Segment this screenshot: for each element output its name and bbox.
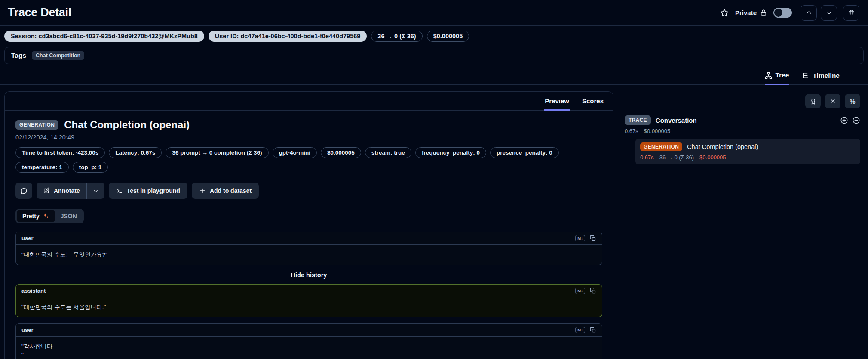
metric-pill: presence_penalty: 0 xyxy=(490,147,559,158)
tab-timeline-label: Timeline xyxy=(813,72,840,80)
trace-tree-sidebar: % TRACE Conversation 0.67s $0.000005 GE xyxy=(625,91,864,359)
message-box-user-1: user M↓ "대한민국의 수도는 무엇인가요?" xyxy=(15,232,602,265)
message-role: user xyxy=(21,235,33,241)
annotate-split-button: Annotate xyxy=(37,183,104,199)
message-header: user M↓ xyxy=(16,324,602,337)
privacy-label: Private xyxy=(735,9,757,16)
playground-label: Test in playground xyxy=(127,187,180,194)
tab-tree-label: Tree xyxy=(776,71,789,79)
add-to-dataset-button[interactable]: Add to dataset xyxy=(192,183,259,199)
session-badge[interactable]: Session: cd3abcd6-c81c-4037-935d-19d9f27… xyxy=(4,31,204,42)
metric-pill: temperature: 1 xyxy=(15,162,69,173)
toggle-knob xyxy=(774,9,782,17)
top-header: Trace Detail Private xyxy=(0,0,868,26)
identifier-badges-row: Session: cd3abcd6-c81c-4037-935d-19d9f27… xyxy=(0,26,868,46)
dataset-label: Add to dataset xyxy=(210,187,252,194)
actions-row: Annotate Test in playground Add to datas… xyxy=(15,183,602,199)
tree-controls: % xyxy=(625,94,860,108)
privacy-control: Private xyxy=(735,9,767,17)
metric-pill: Time to first token: -423.00s xyxy=(15,147,105,158)
tab-preview[interactable]: Preview xyxy=(544,92,570,111)
generation-metric-badges: Time to first token: -423.00s Latency: 0… xyxy=(15,147,587,173)
tab-scores[interactable]: Scores xyxy=(581,92,604,110)
metric-pill: frequency_penalty: 0 xyxy=(415,147,486,158)
tree-icon xyxy=(765,72,772,79)
annotate-scores-button[interactable] xyxy=(805,94,821,108)
trace-metrics: 0.67s $0.000005 xyxy=(625,128,860,134)
collapse-node-icon[interactable] xyxy=(852,116,860,124)
metric-pill: 36 prompt → 0 completion (Σ 36) xyxy=(166,147,268,158)
percent-icon: % xyxy=(850,98,855,105)
content-area: Preview Scores GENERATION Chat Completio… xyxy=(0,85,868,359)
generation-title-row: GENERATION Chat Completion (openai) xyxy=(15,119,602,131)
pretty-label: Pretty xyxy=(22,213,40,220)
trace-root-row[interactable]: TRACE Conversation xyxy=(625,115,860,125)
trace-latency: 0.67s xyxy=(625,128,638,134)
tab-timeline[interactable]: Timeline xyxy=(802,71,840,84)
node-cost: $0.000005 xyxy=(699,154,726,161)
plus-icon xyxy=(199,187,206,194)
comments-button[interactable] xyxy=(15,183,32,199)
collapse-icon xyxy=(829,98,836,105)
generation-node-badge: GENERATION xyxy=(640,142,682,151)
edit-icon xyxy=(43,187,50,194)
sparkles-icon xyxy=(43,213,49,220)
expand-all-icon[interactable] xyxy=(840,116,848,124)
collapse-all-button[interactable] xyxy=(825,94,840,108)
user-id-badge[interactable]: User ID: dc47a41e-06bc-400d-bde1-f0e440d… xyxy=(209,31,367,42)
message-header-icons: M↓ xyxy=(575,288,596,294)
message-content: "대한민국의 수도는 서울입니다." xyxy=(16,297,602,317)
lock-icon xyxy=(760,9,767,17)
message-header-icons: M↓ xyxy=(575,327,596,333)
next-trace-button[interactable] xyxy=(821,5,837,21)
message-content: "대한민국의 수도는 무엇인가요?" xyxy=(16,245,602,265)
tab-tree[interactable]: Tree xyxy=(765,71,789,85)
tag-chat-competition[interactable]: Chat Competition xyxy=(32,51,84,60)
metric-pill: stream: true xyxy=(365,147,411,158)
observation-panel: Preview Scores GENERATION Chat Completio… xyxy=(4,91,613,359)
previous-trace-button[interactable] xyxy=(801,5,817,21)
json-view-toggle[interactable]: JSON xyxy=(55,210,83,222)
generation-node[interactable]: GENERATION Chat Completion (openai) 0.67… xyxy=(635,139,860,164)
metric-pill: top_p: 1 xyxy=(73,162,108,173)
markdown-toggle-icon[interactable]: M↓ xyxy=(575,288,585,294)
format-toggle: Pretty JSON xyxy=(15,209,84,223)
panel-body: GENERATION Chat Completion (openai) 02/1… xyxy=(5,111,613,359)
annotate-dropdown-button[interactable] xyxy=(87,183,104,199)
toggle-metrics-button[interactable]: % xyxy=(845,94,860,108)
panel-tabs: Preview Scores xyxy=(5,92,613,111)
message-header: user M↓ xyxy=(16,232,602,245)
generation-node-metrics: 0.67s 36 → 0 (Σ 36) $0.000005 xyxy=(640,154,856,161)
star-icon[interactable] xyxy=(720,8,729,18)
hide-history-button[interactable]: Hide history xyxy=(15,265,602,284)
markdown-toggle-icon[interactable]: M↓ xyxy=(575,327,585,333)
metric-pill: Latency: 0.67s xyxy=(109,147,162,158)
total-cost-badge: $0.000005 xyxy=(427,31,469,42)
trace-cost: $0.000005 xyxy=(644,128,670,134)
pretty-view-toggle[interactable]: Pretty xyxy=(17,210,55,222)
token-usage-badge: 36 → 0 (Σ 36) xyxy=(371,31,422,42)
generation-node-header: GENERATION Chat Completion (openai) xyxy=(640,142,856,151)
trace-type-badge: TRACE xyxy=(625,115,651,125)
copy-icon[interactable] xyxy=(590,288,596,294)
message-role: assistant xyxy=(21,288,46,294)
messages-list: user M↓ "대한민국의 수도는 무엇인가요?" Hide history … xyxy=(15,232,602,359)
generation-type-badge: GENERATION xyxy=(15,120,58,130)
message-role: user xyxy=(21,327,33,333)
message-box-assistant: assistant M↓ "대한민국의 수도는 서울입니다." xyxy=(15,284,602,318)
message-header: assistant M↓ xyxy=(16,285,602,297)
test-in-playground-button[interactable]: Test in playground xyxy=(109,183,187,199)
generation-timestamp: 02/12/2024, 14:20:49 xyxy=(15,134,602,141)
public-toggle[interactable] xyxy=(773,8,792,18)
annotate-button[interactable]: Annotate xyxy=(37,183,86,199)
copy-icon[interactable] xyxy=(590,235,596,241)
markdown-toggle-icon[interactable]: M↓ xyxy=(575,235,585,241)
copy-icon[interactable] xyxy=(590,327,596,333)
generation-title: Chat Completion (openai) xyxy=(64,119,190,131)
comment-icon xyxy=(20,187,28,195)
tags-container: Tags Chat Competition xyxy=(4,47,864,64)
annotate-label: Annotate xyxy=(54,187,80,194)
delete-trace-button[interactable] xyxy=(843,5,859,21)
node-latency: 0.67s xyxy=(640,154,654,161)
node-tokens: 36 → 0 (Σ 36) xyxy=(659,154,694,161)
